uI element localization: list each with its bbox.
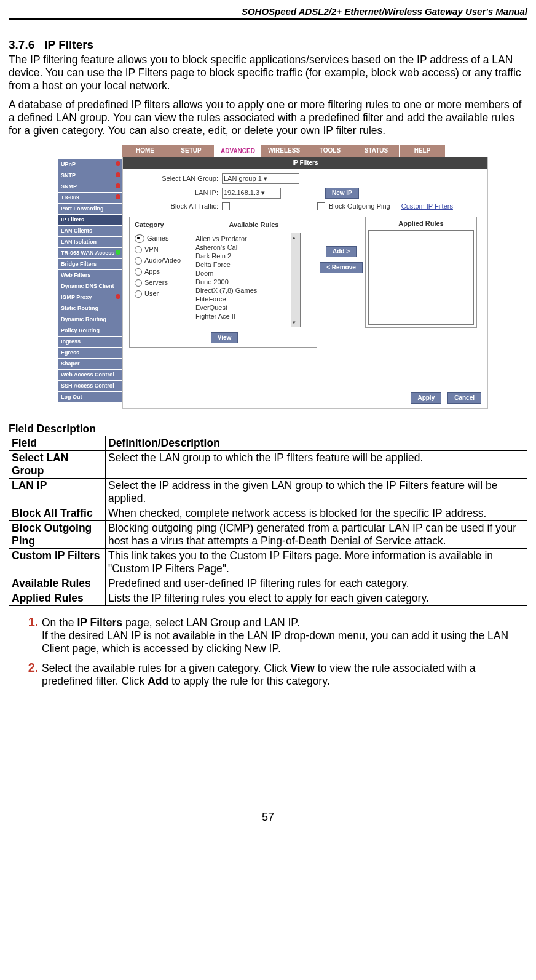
applied-rules-group: Applied Rules (365, 217, 477, 328)
tab-help[interactable]: HELP (400, 145, 446, 157)
sidebar-item-dynamic-routing[interactable]: Dynamic Routing (58, 314, 122, 325)
applied-rules-list[interactable] (368, 230, 474, 325)
custom-ip-filters-link[interactable]: Custom IP Filters (401, 202, 453, 210)
category-available-group: Category Available Rules Games VPN Audio… (129, 217, 317, 348)
list-item[interactable]: Delta Force (195, 260, 299, 269)
sidebar-item-upnp[interactable]: UPnP (58, 159, 122, 170)
available-header: Available Rules (194, 221, 314, 229)
sidebar-item-tr068[interactable]: TR-068 WAN Access (58, 248, 122, 259)
tab-home[interactable]: HOME (122, 145, 168, 157)
table-row: Available RulesPredefined and user-defin… (9, 576, 527, 591)
list-item[interactable]: Fighter Ace II (195, 312, 299, 321)
category-av[interactable]: Audio/Video (135, 255, 191, 266)
step-2: Select the available rules for a given c… (42, 660, 527, 688)
field-description-table: Field Definition/Description Select LAN … (9, 436, 527, 606)
page-number: 57 (9, 811, 527, 824)
block-all-checkbox[interactable] (222, 202, 230, 210)
category-user[interactable]: User (135, 288, 191, 299)
table-row: LAN IPSelect the IP address in the given… (9, 478, 527, 506)
intro-paragraph-2: A database of predefined IP filters allo… (9, 98, 527, 137)
section-number: 3.7.6 (9, 38, 34, 51)
radio-icon (135, 234, 144, 243)
table-row: Custom IP FiltersThis link takes you to … (9, 548, 527, 576)
sidebar-item-ingress[interactable]: Ingress (58, 337, 122, 348)
sidebar: UPnP SNTP SNMP TR-069 Port Forwarding IP… (58, 159, 122, 409)
sidebar-item-web-access[interactable]: Web Access Control (58, 370, 122, 381)
list-item[interactable]: EverQuest (195, 303, 299, 312)
category-vpn[interactable]: VPN (135, 244, 191, 255)
status-dot-icon (116, 194, 120, 199)
status-dot-icon (116, 172, 120, 177)
th-field: Field (9, 436, 106, 450)
sidebar-item-igmp[interactable]: IGMP Proxy (58, 292, 122, 303)
radio-icon (135, 257, 142, 265)
status-dot-icon (116, 183, 120, 188)
scrollbar[interactable] (291, 233, 300, 327)
lan-ip-label: LAN IP: (129, 189, 218, 197)
block-outgoing-label: Block Outgoing Ping (329, 202, 390, 210)
block-all-label: Block All Traffic: (129, 202, 218, 210)
category-list: Games VPN Audio/Video Apps Servers User (135, 233, 191, 327)
sidebar-item-lan-isolation[interactable]: LAN Isolation (58, 237, 122, 248)
list-item[interactable]: DirectX (7,8) Games (195, 286, 299, 295)
remove-button[interactable]: < Remove (320, 262, 363, 273)
steps-list: On the IP Filters page, select LAN Group… (9, 615, 527, 688)
sidebar-item-ssh-access[interactable]: SSH Access Control (58, 381, 122, 392)
sidebar-item-static-routing[interactable]: Static Routing (58, 303, 122, 314)
view-button[interactable]: View (211, 332, 238, 343)
new-ip-button[interactable]: New IP (325, 188, 359, 199)
tab-advanced[interactable]: ADVANCED (215, 145, 261, 157)
list-item[interactable]: Dune 2000 (195, 277, 299, 286)
radio-icon (135, 268, 142, 276)
sidebar-item-lan-clients[interactable]: LAN Clients (58, 226, 122, 237)
table-row: Block All TrafficWhen checked, complete … (9, 506, 527, 520)
lan-ip-dropdown[interactable]: 192.168.1.3 ▾ (222, 188, 281, 198)
sidebar-item-shaper[interactable]: Shaper (58, 359, 122, 370)
select-lan-group-label: Select LAN Group: (129, 175, 218, 183)
available-rules-list[interactable]: Alien vs Predator Asheron's Call Dark Re… (194, 233, 301, 327)
list-item[interactable]: Doom (195, 269, 299, 277)
cancel-button[interactable]: Cancel (447, 392, 481, 404)
category-apps[interactable]: Apps (135, 266, 191, 277)
section-title: 3.7.6IP Filters (9, 38, 527, 52)
panel-title: IP Filters (123, 157, 487, 169)
tab-status[interactable]: STATUS (353, 145, 400, 157)
category-header: Category (135, 221, 194, 229)
apply-button[interactable]: Apply (411, 392, 441, 404)
list-item[interactable]: EliteForce (195, 295, 299, 303)
sidebar-item-logout[interactable]: Log Out (58, 392, 122, 403)
table-row: Applied RulesLists the IP filtering rule… (9, 591, 527, 605)
sidebar-item-ip-filters[interactable]: IP Filters (58, 215, 122, 226)
manual-header: SOHOSpeed ADSL2/2+ Ethernet/Wireless Gat… (9, 6, 527, 20)
category-games[interactable]: Games (135, 233, 191, 244)
add-button[interactable]: Add > (326, 246, 357, 257)
block-outgoing-checkbox[interactable] (317, 202, 325, 210)
intro-paragraph-1: The IP filtering feature allows you to b… (9, 54, 527, 92)
sidebar-item-tr069[interactable]: TR-069 (58, 193, 122, 204)
field-description-title: Field Description (9, 423, 527, 436)
tab-wireless[interactable]: WIRELESS (261, 145, 307, 157)
th-definition: Definition/Description (106, 436, 527, 450)
list-item[interactable]: Asheron's Call (195, 243, 299, 252)
sidebar-item-ddns[interactable]: Dynamic DNS Client (58, 281, 122, 292)
tab-setup[interactable]: SETUP (168, 145, 215, 157)
top-tabs: HOME SETUP ADVANCED WIRELESS TOOLS STATU… (122, 145, 488, 157)
sidebar-item-web-filters[interactable]: Web Filters (58, 270, 122, 281)
sidebar-item-sntp[interactable]: SNTP (58, 170, 122, 181)
sidebar-item-policy-routing[interactable]: Policy Routing (58, 325, 122, 337)
category-servers[interactable]: Servers (135, 277, 191, 288)
sidebar-item-snmp[interactable]: SNMP (58, 181, 122, 193)
radio-icon (135, 290, 142, 298)
status-dot-icon (116, 250, 120, 255)
sidebar-item-port-forwarding[interactable]: Port Forwarding (58, 204, 122, 215)
list-item[interactable]: Alien vs Predator (195, 234, 299, 243)
sidebar-item-egress[interactable]: Egress (58, 348, 122, 359)
sidebar-item-bridge-filters[interactable]: Bridge Filters (58, 259, 122, 270)
select-lan-group-dropdown[interactable]: LAN group 1 ▾ (222, 173, 299, 184)
radio-icon (135, 246, 142, 253)
status-dot-icon (116, 161, 120, 166)
status-dot-icon (116, 294, 120, 299)
list-item[interactable]: Dark Rein 2 (195, 252, 299, 260)
step-1: On the IP Filters page, select LAN Group… (42, 615, 527, 655)
tab-tools[interactable]: TOOLS (307, 145, 353, 157)
